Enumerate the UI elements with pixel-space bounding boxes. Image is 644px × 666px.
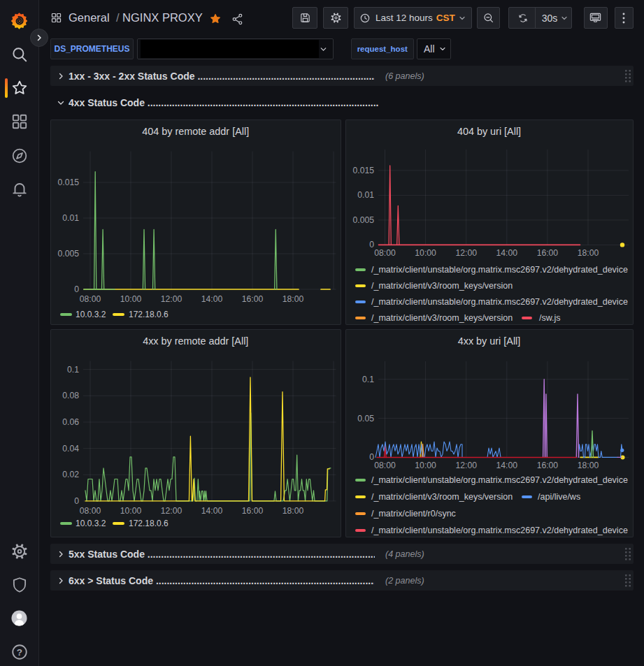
svg-text:0.015: 0.015 xyxy=(58,178,80,187)
svg-text:0.005: 0.005 xyxy=(58,249,80,259)
svg-text:0.015: 0.015 xyxy=(352,165,374,175)
svg-text:16:00: 16:00 xyxy=(536,247,558,257)
svg-text:14:00: 14:00 xyxy=(201,294,223,304)
svg-text:/sw.js: /sw.js xyxy=(539,313,561,323)
svg-text:10:00: 10:00 xyxy=(415,461,436,470)
svg-text:10:00: 10:00 xyxy=(120,506,142,516)
svg-text:0.02: 0.02 xyxy=(62,470,79,479)
svg-text:0: 0 xyxy=(74,496,79,506)
svg-text:?: ? xyxy=(16,647,22,658)
svg-text:18:00: 18:00 xyxy=(282,294,304,304)
svg-text:18:00: 18:00 xyxy=(282,506,304,516)
svg-text:08:00: 08:00 xyxy=(374,461,396,470)
svg-text:/_matrix/client/unstable/org.m: /_matrix/client/unstable/org.matrix.msc2… xyxy=(371,265,628,275)
svg-text:0.01: 0.01 xyxy=(62,213,79,223)
svg-text:12:00: 12:00 xyxy=(161,506,183,516)
svg-text:0: 0 xyxy=(74,284,79,294)
svg-text:0.08: 0.08 xyxy=(62,391,79,400)
svg-text:10.0.3.2: 10.0.3.2 xyxy=(76,310,106,319)
svg-text:16:00: 16:00 xyxy=(536,461,558,470)
svg-text:12:00: 12:00 xyxy=(455,247,477,257)
svg-text:18:00: 18:00 xyxy=(577,247,599,257)
svg-text:/_matrix/client/v3/room_keys/v: /_matrix/client/v3/room_keys/version xyxy=(371,492,513,502)
svg-text:0.05: 0.05 xyxy=(357,414,374,424)
svg-text:0.1: 0.1 xyxy=(362,375,374,384)
svg-text:0.01: 0.01 xyxy=(357,190,374,200)
svg-text:12:00: 12:00 xyxy=(455,461,477,470)
svg-text:0.005: 0.005 xyxy=(352,215,374,224)
svg-text:08:00: 08:00 xyxy=(80,294,101,304)
svg-text:/_matrix/client/unstable/org.m: /_matrix/client/unstable/org.matrix.msc2… xyxy=(371,297,628,307)
svg-text:16:00: 16:00 xyxy=(242,506,264,516)
svg-text:/api/live/ws: /api/live/ws xyxy=(538,492,580,502)
svg-text:16:00: 16:00 xyxy=(242,294,264,304)
svg-text:18:00: 18:00 xyxy=(577,461,599,470)
svg-text:/_matrix/client/unstable/org.m: /_matrix/client/unstable/org.matrix.msc2… xyxy=(371,526,628,535)
svg-text:/_matrix/client/unstable/org.m: /_matrix/client/unstable/org.matrix.msc2… xyxy=(371,475,628,485)
svg-text:08:00: 08:00 xyxy=(80,506,101,516)
svg-text:14:00: 14:00 xyxy=(496,247,517,257)
svg-text:172.18.0.6: 172.18.0.6 xyxy=(129,519,169,528)
svg-text:10:00: 10:00 xyxy=(120,294,142,304)
svg-text:14:00: 14:00 xyxy=(496,461,517,470)
svg-text:0.04: 0.04 xyxy=(62,444,79,454)
svg-text:0.06: 0.06 xyxy=(62,417,79,427)
svg-text:10:00: 10:00 xyxy=(415,247,436,257)
svg-text:0: 0 xyxy=(369,452,374,462)
svg-text:/_matrix/client/v3/room_keys/v: /_matrix/client/v3/room_keys/version xyxy=(371,313,513,323)
svg-text:/_matrix/client/r0/sync: /_matrix/client/r0/sync xyxy=(371,509,456,519)
svg-text:0: 0 xyxy=(369,240,374,249)
svg-text:10.0.3.2: 10.0.3.2 xyxy=(76,519,106,528)
svg-text:0.1: 0.1 xyxy=(67,365,79,375)
svg-text:14:00: 14:00 xyxy=(201,506,223,516)
svg-text:08:00: 08:00 xyxy=(374,247,396,257)
svg-text:172.18.0.6: 172.18.0.6 xyxy=(129,310,169,319)
svg-text:/_matrix/client/v3/room_keys/v: /_matrix/client/v3/room_keys/version xyxy=(371,281,513,291)
svg-text:12:00: 12:00 xyxy=(161,294,183,304)
